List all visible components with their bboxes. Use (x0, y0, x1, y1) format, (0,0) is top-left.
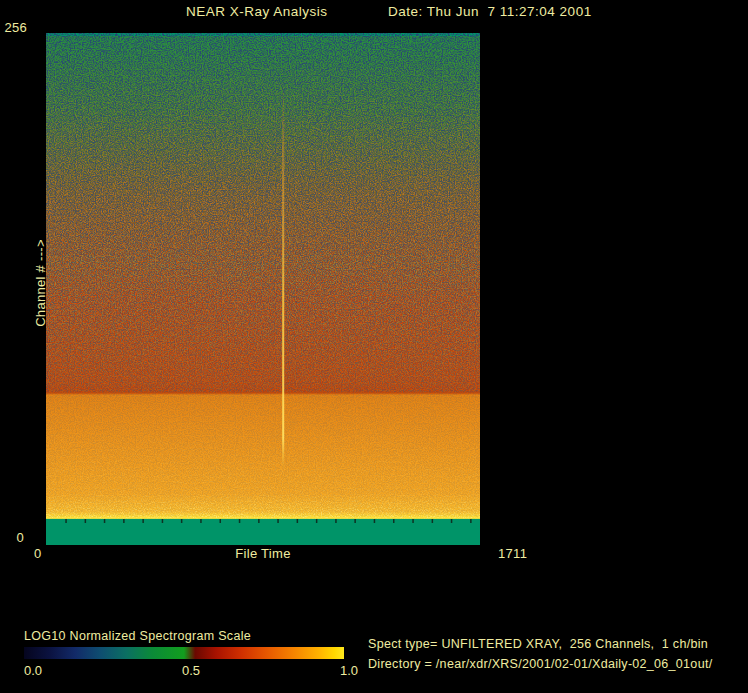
spectrogram-image (46, 33, 480, 545)
date-label: Date: Thu Jun 7 11:27:04 2001 (388, 5, 592, 19)
colorbar-tick-1: 0.5 (182, 663, 200, 678)
spectrogram-plot (46, 33, 480, 545)
colorbar-ticks: 0.0 0.5 1.0 (24, 663, 358, 678)
colorbar-gradient (24, 647, 344, 659)
x-axis-title: File Time (46, 547, 480, 560)
colorbar-tick-2: 1.0 (340, 663, 358, 678)
y-axis-min-tick: 0 (2, 531, 24, 544)
burst-streak (282, 85, 284, 469)
page-title: NEAR X-Ray Analysis (186, 5, 328, 19)
directory-line: Directory = /near/xdr/XRS/2001/02-01/Xda… (368, 658, 712, 671)
y-axis-title: Channel # ---> (34, 239, 47, 327)
x-axis-max-tick: 1711 (498, 547, 527, 560)
spect-type-line: Spect type= UNFILTERED XRAY, 256 Channel… (368, 638, 708, 651)
colorbar-title: LOG10 Normalized Spectrogram Scale (24, 630, 251, 643)
colorbar-tick-0: 0.0 (24, 663, 42, 678)
y-axis-max-tick: 256 (2, 21, 27, 34)
x-axis-min-tick: 0 (34, 547, 42, 560)
near-xray-analysis-window: NEAR X-Ray Analysis Date: Thu Jun 7 11:2… (0, 0, 748, 693)
